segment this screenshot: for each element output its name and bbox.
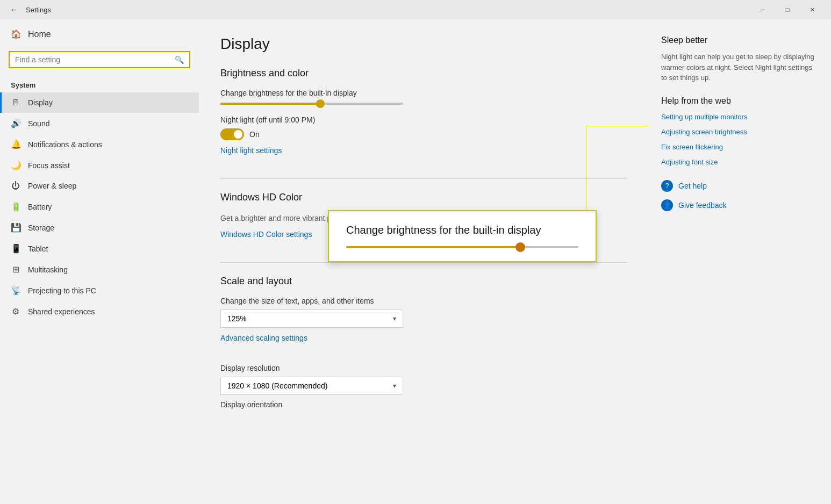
advanced-scaling-link[interactable]: Advanced scaling settings [220,334,307,342]
close-button[interactable]: ✕ [800,0,825,19]
sidebar-item-multitasking[interactable]: ⊞ Multitasking [0,259,199,280]
scale-dropdown-arrow: ▾ [393,315,396,322]
get-help-label[interactable]: Get help [678,182,707,190]
app-title: Settings [26,6,51,14]
tooltip-slider-row [346,246,578,248]
sidebar-home[interactable]: 🏠 Home [0,19,199,49]
sidebar-label-tablet: Tablet [28,244,48,253]
shared-icon: ⚙ [11,306,20,316]
divider1 [220,178,627,179]
notifications-icon: 🔔 [11,139,20,149]
scale-title: Scale and layout [220,276,627,287]
minimize-button[interactable]: ─ [750,0,775,19]
tooltip-slider-thumb [515,242,525,252]
web-link[interactable]: Setting up multiple monitors [661,112,818,122]
sidebar-item-focus[interactable]: 🌙 Focus assist [0,155,199,176]
sidebar-label-focus: Focus assist [28,161,70,170]
sidebar-label-multitasking: Multitasking [28,265,68,274]
web-link[interactable]: Fix screen flickering [661,142,818,152]
battery-icon: 🔋 [11,201,20,212]
right-panel: Sleep better Night light can help you ge… [648,19,831,504]
resolution-dropdown[interactable]: 1920 × 1080 (Recommended) ▾ [220,377,403,395]
tooltip-slider-track [346,246,578,248]
night-light-settings-link[interactable]: Night light settings [220,146,282,155]
tablet-icon: 📱 [11,243,20,254]
get-help-action[interactable]: ? Get help [661,180,818,192]
sidebar-item-tablet[interactable]: 📱 Tablet [0,238,199,259]
resolution-dropdown-arrow: ▾ [393,382,396,390]
hd-color-title: Windows HD Color [220,192,627,203]
sidebar-item-notifications[interactable]: 🔔 Notifications & actions [0,134,199,155]
feedback-icon: 👤 [661,199,673,211]
scale-desc: Change the size of text, apps, and other… [220,297,627,305]
sleep-desc: Night light can help you get to sleep by… [661,52,818,83]
divider2 [220,262,627,263]
sidebar-item-sound[interactable]: 🔊 Sound [0,113,199,134]
sidebar-item-shared[interactable]: ⚙ Shared experiences [0,301,199,322]
titlebar: ← Settings ─ □ ✕ [0,0,831,19]
brightness-section: Brightness and color Change brightness f… [220,68,627,105]
sidebar-item-storage[interactable]: 💾 Storage [0,217,199,238]
maximize-button[interactable]: □ [775,0,800,19]
tooltip-title: Change brightness for the built-in displ… [346,224,578,236]
sidebar-label-battery: Battery [28,203,52,211]
web-link[interactable]: Adjusting font size [661,157,818,167]
page-title: Display [220,35,627,53]
search-box[interactable]: 🔍 [9,51,190,68]
search-icon: 🔍 [175,55,184,64]
night-light-toggle[interactable] [220,128,244,140]
sleep-title: Sleep better [661,35,818,45]
sidebar-label-sound: Sound [28,119,49,128]
sidebar: 🏠 Home 🔍 System 🖥 Display 🔊 Sound 🔔 Noti… [0,19,199,504]
main-content: Display Brightness and color Change brig… [199,19,648,504]
night-light-row: Night light (off until 9:00 PM) [220,116,627,124]
feedback-action[interactable]: 👤 Give feedback [661,199,818,211]
sidebar-item-display[interactable]: 🖥 Display [0,92,199,113]
nav-items: 🖥 Display 🔊 Sound 🔔 Notifications & acti… [0,92,199,322]
scale-dropdown[interactable]: 125% ▾ [220,309,403,328]
brightness-slider[interactable] [220,103,403,105]
sidebar-item-projecting[interactable]: 📡 Projecting to this PC [0,280,199,301]
sound-icon: 🔊 [11,118,20,128]
sidebar-label-projecting: Projecting to this PC [28,286,96,295]
brightness-section-title: Brightness and color [220,68,627,79]
projecting-icon: 📡 [11,285,20,296]
app-body: 🏠 Home 🔍 System 🖥 Display 🔊 Sound 🔔 Noti… [0,19,831,504]
sidebar-item-power[interactable]: ⏻ Power & sleep [0,176,199,196]
back-button[interactable]: ← [6,2,22,17]
sidebar-item-battery[interactable]: 🔋 Battery [0,196,199,217]
sidebar-label-power: Power & sleep [28,182,76,190]
feedback-label[interactable]: Give feedback [678,201,727,210]
brightness-tooltip: Change brightness for the built-in displ… [328,210,597,262]
hd-color-settings-link[interactable]: Windows HD Color settings [220,230,312,239]
home-label: Home [28,30,51,39]
sidebar-label-storage: Storage [28,224,54,232]
night-light-label: Night light (off until 9:00 PM) [220,116,315,124]
resolution-label: Display resolution [220,364,627,372]
sidebar-label-notifications: Notifications & actions [28,140,102,149]
toggle-thumb [234,130,242,139]
get-help-icon: ? [661,180,673,192]
resolution-selected: 1920 × 1080 (Recommended) [227,381,327,390]
display-icon: 🖥 [11,98,20,107]
multitasking-icon: ⊞ [11,264,20,275]
orientation-label: Display orientation [220,400,627,409]
sidebar-label-shared: Shared experiences [28,307,95,316]
sidebar-label-display: Display [28,98,53,107]
search-input[interactable] [15,55,170,64]
brightness-slider-container [220,103,627,105]
toggle-on-label: On [249,130,260,139]
storage-icon: 💾 [11,222,20,233]
web-links: Setting up multiple monitorsAdjusting sc… [661,112,818,168]
home-icon: 🏠 [11,29,22,39]
power-icon: ⏻ [11,181,20,191]
web-title: Help from the web [661,96,818,106]
window-controls: ─ □ ✕ [750,0,825,19]
web-link[interactable]: Adjusting screen brightness [661,127,818,137]
system-label: System [0,77,199,92]
scale-selected: 125% [227,314,247,323]
brightness-label: Change brightness for the built-in displ… [220,89,627,97]
focus-icon: 🌙 [11,160,20,170]
tooltip-slider-fill [346,246,520,248]
